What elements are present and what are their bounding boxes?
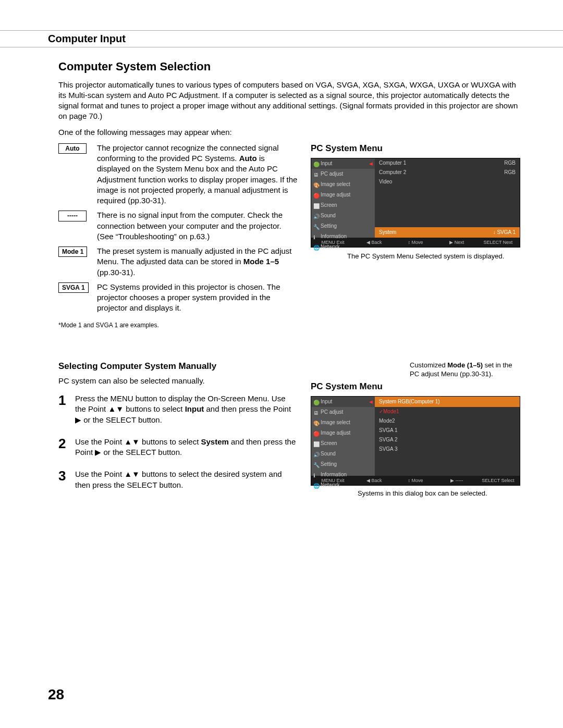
- osd2-list-item: Mode2: [375, 416, 520, 426]
- sidebar-item-input: 🟢Input◀: [311, 397, 375, 407]
- osd2-list-item: ✓ Mode1: [375, 407, 520, 416]
- input-icon: 🟢: [313, 161, 319, 166]
- imageadjust-icon: 🔴: [313, 192, 319, 198]
- sidebar-item-screen: ⬜Screen: [311, 438, 375, 449]
- mode1-label: Mode 1: [58, 246, 87, 257]
- setting-icon: 🔧: [313, 224, 319, 229]
- intro-text: This projector automatically tunes to va…: [58, 80, 521, 122]
- manual-page: Computer Input Computer System Selection…: [0, 0, 563, 728]
- osd1-caption: The PC System Menu Selected system is di…: [347, 252, 521, 261]
- setting-icon: 🔧: [313, 462, 319, 467]
- step-1: 1 Press the MENU button to display the O…: [58, 391, 298, 425]
- imageselect-icon: 🎨: [313, 182, 319, 187]
- pcadjust-icon: 🖥: [313, 171, 319, 177]
- sidebar-item-imageselect: 🎨Image select: [311, 179, 375, 190]
- osd2-title: PC System Menu: [311, 381, 521, 393]
- message-dashes: ----- There is no signal input from the …: [58, 210, 298, 242]
- auto-label: Auto: [58, 143, 87, 154]
- osd2-column: Customized Mode (1–5) set in the PC adju…: [311, 361, 521, 500]
- steps-list: 1 Press the MENU button to display the O…: [58, 391, 298, 490]
- section-title: Computer Input: [48, 33, 126, 44]
- sidebar-item-screen: ⬜Screen: [311, 200, 375, 211]
- osd1-row: Video: [375, 177, 520, 187]
- osd1-screenshot: 🟢Input◀ 🖥PC adjust 🎨Image select 🔴Image …: [311, 158, 520, 248]
- sidebar-item-imageselect: 🎨Image select: [311, 417, 375, 428]
- osd2-list-item: SVGA 2: [375, 435, 520, 445]
- screen-icon: ⬜: [313, 203, 319, 208]
- sound-icon: 🔊: [313, 451, 319, 456]
- osd1-title: PC System Menu: [311, 143, 521, 155]
- sidebar-item-input: 🟢Input◀: [311, 158, 375, 169]
- sidebar-item-imageadjust: 🔴Image adjust: [311, 190, 375, 200]
- section-header: Computer Input: [0, 30, 563, 47]
- sidebar-item-setting: 🔧Setting: [311, 221, 375, 231]
- page-number: 28: [48, 685, 64, 705]
- osd2-header: System RGB(Computer 1): [375, 397, 520, 407]
- osd1-sidebar: 🟢Input◀ 🖥PC adjust 🎨Image select 🔴Image …: [311, 158, 375, 238]
- svga1-text: PC Systems provided in this projector is…: [97, 282, 298, 314]
- sound-icon: 🔊: [313, 213, 319, 218]
- message-svga1: SVGA 1 PC Systems provided in this proje…: [58, 282, 298, 314]
- sidebar-item-pcadjust: 🖥PC adjust: [311, 169, 375, 179]
- screen-icon: ⬜: [313, 441, 319, 446]
- page-title: Computer System Selection: [58, 59, 521, 75]
- osd2-caption: Systems in this dialog box can be select…: [358, 489, 521, 498]
- caret-icon: ◀: [369, 399, 373, 405]
- footnote: *Mode 1 and SVGA 1 are examples.: [58, 321, 298, 329]
- imageadjust-icon: 🔴: [313, 430, 319, 436]
- section2-intro: PC system can also be selected manually.: [58, 376, 298, 386]
- sidebar-item-setting: 🔧Setting: [311, 459, 375, 470]
- step-2: 2 Use the Point ▲▼ buttons to select Sys…: [58, 435, 298, 458]
- mode1-text: The preset system is manually adjusted i…: [97, 246, 298, 278]
- osd1-main: Computer 1RGB Computer 2RGB Video System…: [375, 158, 520, 238]
- osd1-highlight: System ↓ SVGA 1: [375, 227, 520, 238]
- osd2-list-item: SVGA 1: [375, 426, 520, 435]
- osd1-column: PC System Menu 🟢Input◀ 🖥PC adjust 🎨Image…: [311, 143, 521, 329]
- osd2-list-item: SVGA 3: [375, 445, 520, 454]
- osd1-row: Computer 1RGB: [375, 158, 520, 168]
- osd2-callout: Customized Mode (1–5) set in the PC adju…: [410, 361, 521, 379]
- info-icon: ℹ: [313, 472, 319, 477]
- sidebar-item-sound: 🔊Sound: [311, 211, 375, 221]
- imageselect-icon: 🎨: [313, 420, 319, 425]
- osd2-screenshot: 🟢Input◀ 🖥PC adjust 🎨Image select 🔴Image …: [311, 396, 520, 486]
- steps-column: Selecting Computer System Manually PC sy…: [58, 361, 298, 500]
- info-icon: ℹ: [313, 234, 319, 239]
- sidebar-item-sound: 🔊Sound: [311, 449, 375, 459]
- sidebar-item-imageadjust: 🔴Image adjust: [311, 428, 375, 438]
- osd2-sidebar: 🟢Input◀ 🖥PC adjust 🎨Image select 🔴Image …: [311, 397, 375, 476]
- message-mode1: Mode 1 The preset system is manually adj…: [58, 246, 298, 278]
- sidebar-item-pcadjust: 🖥PC adjust: [311, 407, 375, 417]
- pcadjust-icon: 🖥: [313, 410, 319, 415]
- messages-intro: One of the following messages may appear…: [58, 127, 521, 138]
- system-value: ↓ SVGA 1: [493, 229, 516, 236]
- osd2-main: System RGB(Computer 1) ✓ Mode1 Mode2 SVG…: [375, 397, 520, 476]
- dashes-text: There is no signal input from the comput…: [97, 210, 298, 242]
- section2-title: Selecting Computer System Manually: [58, 361, 298, 373]
- caret-icon: ◀: [369, 161, 373, 167]
- auto-text: The projector cannot recognize the conne…: [97, 143, 298, 206]
- osd1-row: Computer 2RGB: [375, 168, 520, 177]
- dashes-label: -----: [58, 211, 87, 221]
- step-3: 3 Use the Point ▲▼ buttons to select the…: [58, 467, 298, 490]
- content-area: Computer System Selection This projector…: [58, 59, 521, 500]
- svga1-label: SVGA 1: [58, 282, 89, 293]
- messages-column: Auto The projector cannot recognize the …: [58, 143, 298, 329]
- input-icon: 🟢: [313, 399, 319, 404]
- message-auto: Auto The projector cannot recognize the …: [58, 143, 298, 206]
